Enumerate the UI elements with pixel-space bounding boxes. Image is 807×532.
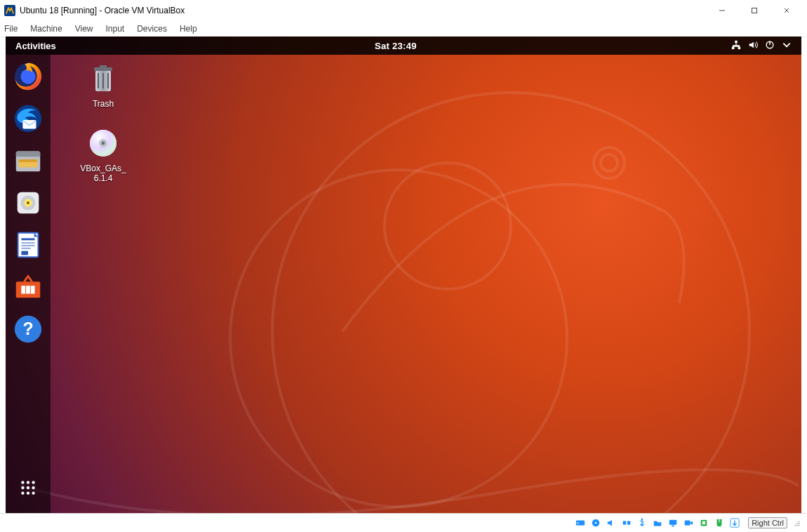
svg-rect-31 [26, 286, 30, 294]
desktop-area[interactable]: Trash VBox_GAs_ 6.1.4 [51, 55, 801, 514]
svg-rect-59 [669, 520, 677, 525]
chevron-down-icon [782, 40, 792, 52]
dock-firefox[interactable] [12, 60, 44, 93]
svg-point-37 [32, 481, 34, 484]
desktop-trash[interactable]: Trash [72, 62, 135, 109]
menu-help[interactable]: Help [180, 24, 197, 34]
svg-rect-28 [21, 251, 28, 255]
svg-rect-9 [738, 46, 741, 49]
sb-optical-icon[interactable] [589, 517, 602, 529]
svg-rect-57 [627, 521, 630, 524]
svg-rect-14 [22, 120, 36, 128]
guest-display: Activities Sat 23:49 [6, 36, 801, 514]
svg-rect-16 [16, 152, 41, 157]
topbar-clock[interactable]: Sat 23:49 [60, 41, 731, 51]
svg-rect-25 [21, 242, 34, 244]
svg-point-70 [799, 525, 800, 526]
menu-file[interactable]: File [4, 24, 18, 34]
gnome-dock: ? [6, 55, 51, 514]
dock-rhythmbox[interactable] [12, 187, 44, 219]
trash-icon [86, 62, 120, 95]
sb-recording-icon[interactable] [682, 517, 695, 529]
svg-rect-24 [21, 238, 34, 240]
dock-ubuntu-software[interactable] [12, 271, 44, 303]
sb-hostkey-label[interactable]: Right Ctrl [748, 517, 787, 528]
activities-button[interactable]: Activities [11, 41, 60, 51]
ubuntu-desktop: Activities Sat 23:49 [6, 36, 801, 514]
sb-display-icon[interactable] [667, 517, 679, 529]
network-icon [731, 40, 741, 52]
svg-rect-27 [21, 248, 30, 249]
svg-point-39 [27, 486, 29, 489]
virtualbox-statusbar: Right Ctrl [0, 513, 807, 532]
svg-rect-7 [735, 40, 738, 43]
svg-point-55 [595, 522, 597, 524]
menu-input[interactable]: Input [106, 24, 125, 34]
svg-rect-47 [100, 65, 107, 68]
desktop-disc-vbox-gas[interactable]: VBox_GAs_ 6.1.4 [72, 126, 135, 183]
virtualbox-titlebar: Ubuntu 18 [Running] - Oracle VM VirtualB… [0, 0, 807, 21]
maximize-button[interactable] [738, 0, 771, 21]
svg-point-53 [578, 522, 579, 524]
svg-rect-32 [31, 286, 35, 294]
sb-network-icon[interactable] [620, 517, 633, 529]
dock-help[interactable]: ? [12, 313, 44, 345]
svg-point-12 [20, 69, 35, 84]
menu-view[interactable]: View [75, 24, 93, 34]
minimize-button[interactable] [706, 0, 738, 21]
svg-rect-56 [623, 521, 626, 524]
sb-hostkey-arrow-icon[interactable] [728, 517, 741, 529]
svg-point-42 [27, 491, 29, 494]
gnome-topbar: Activities Sat 23:49 [6, 36, 801, 55]
svg-point-41 [21, 491, 24, 494]
sb-mouse-integration-icon[interactable] [713, 517, 726, 529]
svg-rect-18 [19, 159, 38, 162]
sb-cpu-icon[interactable] [698, 517, 710, 529]
svg-point-51 [102, 142, 105, 145]
svg-point-35 [21, 481, 24, 484]
dock-libreoffice-writer[interactable] [12, 229, 44, 261]
volume-icon [748, 40, 758, 52]
close-button[interactable] [771, 0, 803, 21]
menu-devices[interactable]: Devices [137, 24, 167, 34]
svg-point-40 [32, 486, 34, 489]
sb-resize-grip-icon[interactable] [790, 517, 803, 529]
svg-point-65 [799, 521, 800, 522]
svg-rect-63 [702, 521, 705, 524]
desktop-disc-label: VBox_GAs_ 6.1.4 [72, 164, 135, 183]
power-icon [765, 40, 775, 52]
sb-shared-folders-icon[interactable] [651, 517, 664, 529]
svg-point-58 [641, 519, 643, 520]
svg-rect-26 [21, 245, 34, 246]
virtualbox-app-icon [4, 5, 15, 16]
show-applications-button[interactable] [12, 472, 44, 504]
dock-files[interactable] [12, 145, 44, 177]
svg-text:?: ? [22, 319, 33, 338]
topbar-status-area[interactable] [731, 40, 796, 52]
svg-point-67 [799, 523, 800, 524]
svg-point-38 [21, 486, 24, 489]
virtualbox-menubar: File Machine View Input Devices Help [0, 21, 807, 37]
desktop-trash-label: Trash [72, 99, 135, 109]
sb-audio-icon[interactable] [605, 517, 618, 529]
dock-thunderbird[interactable] [12, 102, 44, 135]
sb-usb-icon[interactable] [636, 517, 648, 529]
svg-rect-8 [732, 46, 735, 49]
svg-point-43 [32, 491, 34, 494]
svg-point-22 [27, 201, 29, 204]
virtualbox-window-title: Ubuntu 18 [Running] - Oracle VM VirtualB… [20, 6, 185, 15]
menu-machine[interactable]: Machine [30, 24, 62, 34]
disc-icon [86, 126, 120, 160]
svg-point-68 [794, 525, 796, 526]
svg-rect-30 [21, 286, 25, 294]
svg-rect-60 [672, 526, 674, 527]
svg-point-66 [796, 523, 798, 524]
svg-rect-61 [685, 521, 691, 526]
svg-rect-1 [752, 8, 757, 13]
svg-point-69 [796, 525, 798, 526]
sb-hdd-icon[interactable] [574, 517, 587, 529]
svg-point-36 [27, 481, 29, 484]
